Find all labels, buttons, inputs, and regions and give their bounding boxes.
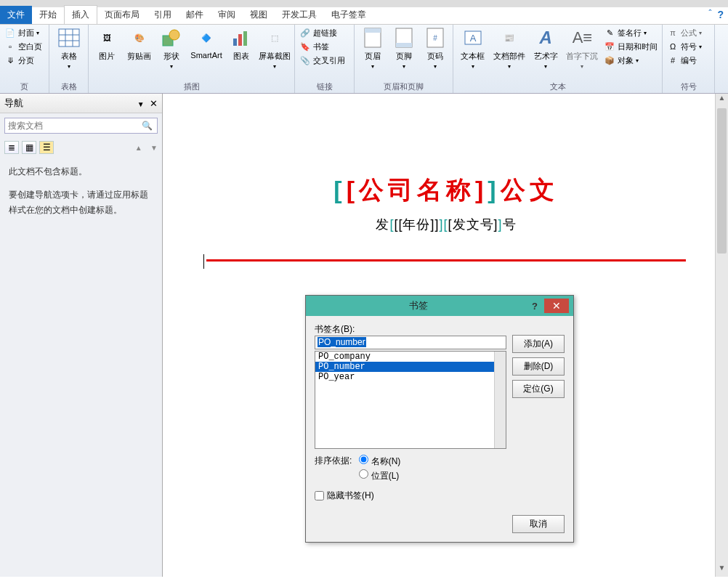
header-button[interactable]: 页眉▾ [357, 26, 387, 70]
tab-review[interactable]: 审阅 [211, 6, 243, 24]
group-label-headerfooter: 页眉和页脚 [355, 81, 453, 93]
sigline-button[interactable]: ✎签名行▾ [602, 26, 648, 39]
svg-rect-11 [365, 28, 381, 33]
table-button[interactable]: 表格▾ [52, 26, 85, 70]
dropcap-icon: A≡ [570, 26, 594, 49]
hyperlink-icon: 🔗 [299, 27, 311, 38]
bookmark-name-input[interactable]: PO_number [315, 336, 506, 349]
group-label-links: 链接 [295, 81, 354, 93]
search-input[interactable] [5, 118, 137, 133]
svg-rect-13 [396, 43, 412, 47]
hyperlink-button[interactable]: 🔗超链接 [298, 26, 339, 39]
tab-file[interactable]: 文件 [0, 6, 32, 24]
list-item[interactable]: PO_year [315, 372, 506, 382]
group-label-illustrations: 插图 [89, 81, 294, 93]
tab-developer[interactable]: 开发工具 [275, 6, 324, 24]
group-label-symbols: 符号 [663, 81, 714, 93]
blank-page-icon: ▫ [4, 41, 16, 52]
equation-button[interactable]: π公式▾ [666, 26, 703, 39]
sort-by-name-radio[interactable]: 名称(N) [359, 455, 400, 468]
textbox-icon: A [461, 26, 485, 49]
svg-rect-0 [59, 29, 79, 46]
nav-view-pages[interactable]: ▦ [22, 141, 36, 154]
textbox-button[interactable]: A文本框▾ [456, 26, 489, 70]
dialog-close-icon[interactable]: ✕ [544, 299, 569, 313]
tab-home[interactable]: 开始 [32, 6, 64, 24]
tab-mailings[interactable]: 邮件 [179, 6, 211, 24]
bookmark-name-label: 书签名(B): [315, 323, 506, 336]
vertical-scrollbar[interactable]: ▲ ▼ [715, 94, 728, 577]
cover-page-button[interactable]: 📄封面▾ [3, 26, 41, 39]
page-break-button[interactable]: ⤋分页 [3, 54, 36, 67]
datetime-button[interactable]: 📅日期和时间 [602, 40, 659, 53]
smartart-button[interactable]: 🔷SmartArt [188, 26, 224, 60]
help-icon[interactable]: ? [717, 9, 724, 20]
screenshot-button[interactable]: ⬚屏幕截图▾ [258, 26, 291, 70]
document-title: [[公司名称]]公文 [206, 174, 686, 207]
shapes-icon [160, 26, 183, 49]
shapes-button[interactable]: 形状▾ [156, 26, 187, 70]
group-label-tables: 表格 [49, 81, 88, 93]
ribbon-tabs: 文件 开始 插入 页面布局 引用 邮件 审阅 视图 开发工具 电子签章 ˆ ? [0, 7, 728, 25]
nav-down-icon[interactable]: ▼ [150, 144, 158, 152]
quickparts-icon: 📰 [498, 26, 521, 49]
tab-layout[interactable]: 页面布局 [97, 6, 147, 24]
number-icon: # [667, 54, 679, 66]
hidden-bookmarks-checkbox[interactable]: 隐藏书签(H) [315, 490, 506, 502]
pagenum-button[interactable]: #页码▾ [420, 26, 450, 70]
tab-references[interactable]: 引用 [147, 6, 179, 24]
delete-button[interactable]: 删除(D) [512, 357, 565, 376]
sigline-icon: ✎ [604, 27, 615, 38]
ribbon: 📄封面▾ ▫空白页 ⤋分页 页 表格▾ 表格 🖼图片 🎨剪贴画 形状▾ 🔷Sma… [0, 25, 728, 94]
picture-button[interactable]: 🖼图片 [92, 26, 122, 62]
chart-button[interactable]: 图表 [226, 26, 256, 62]
picture-icon: 🖼 [95, 26, 118, 49]
nav-close-icon[interactable]: ✕ [150, 98, 158, 109]
nav-up-icon[interactable]: ▲ [135, 144, 142, 152]
object-icon: 📦 [604, 54, 615, 66]
svg-text:A: A [469, 33, 476, 44]
list-scrollbar[interactable] [494, 352, 506, 448]
footer-button[interactable]: 页脚▾ [389, 26, 418, 70]
sort-by-location-radio[interactable]: 位置(L) [359, 469, 400, 482]
wordart-button[interactable]: A艺术字▾ [530, 26, 562, 70]
symbol-button[interactable]: Ω符号▾ [666, 40, 703, 53]
chart-icon [230, 26, 253, 49]
nav-dropdown-icon[interactable]: ▼ [137, 100, 145, 108]
bookmark-list[interactable]: PO_company PO_number PO_year [315, 351, 506, 449]
nav-msg-no-headings: 此文档不包含标题。 [9, 164, 153, 179]
svg-point-6 [169, 30, 179, 40]
nav-view-headings[interactable]: ≣ [4, 141, 19, 154]
crossref-button[interactable]: 📎交叉引用 [298, 54, 347, 67]
search-icon[interactable]: 🔍 [137, 121, 157, 131]
clipart-icon: 🎨 [128, 26, 151, 49]
document-subtitle: 发[[[年份]]][[发文号]]号 [206, 216, 686, 233]
clipart-button[interactable]: 🎨剪贴画 [124, 26, 154, 62]
tab-view[interactable]: 视图 [243, 6, 275, 24]
tab-esign[interactable]: 电子签章 [324, 6, 373, 24]
nav-search: 🔍 [4, 118, 158, 134]
dialog-title: 书签 [310, 299, 527, 312]
number-button[interactable]: #编号 [666, 54, 698, 67]
cancel-button[interactable]: 取消 [512, 515, 565, 533]
tab-insert[interactable]: 插入 [64, 5, 97, 24]
equation-icon: π [667, 27, 679, 38]
goto-button[interactable]: 定位(G) [512, 380, 565, 398]
dropcap-button[interactable]: A≡首字下沉▾ [564, 26, 601, 70]
bookmark-button[interactable]: 🔖书签 [298, 40, 331, 53]
scrollbar-thumb[interactable] [717, 108, 727, 254]
red-separator [206, 259, 686, 261]
object-button[interactable]: 📦对象▾ [602, 54, 640, 67]
smartart-icon: 🔷 [195, 26, 218, 49]
page-break-icon: ⤋ [4, 54, 16, 66]
dialog-help-icon[interactable]: ? [527, 299, 543, 313]
cover-page-icon: 📄 [4, 27, 16, 38]
minimize-ribbon-icon[interactable]: ˆ [708, 9, 711, 20]
add-button[interactable]: 添加(A) [512, 335, 565, 353]
list-item[interactable]: PO_number [315, 362, 506, 372]
quickparts-button[interactable]: 📰文档部件▾ [490, 26, 527, 70]
blank-page-button[interactable]: ▫空白页 [3, 40, 44, 53]
wordart-icon: A [534, 26, 557, 49]
nav-view-results[interactable]: ☰ [39, 141, 54, 154]
list-item[interactable]: PO_company [315, 352, 506, 362]
